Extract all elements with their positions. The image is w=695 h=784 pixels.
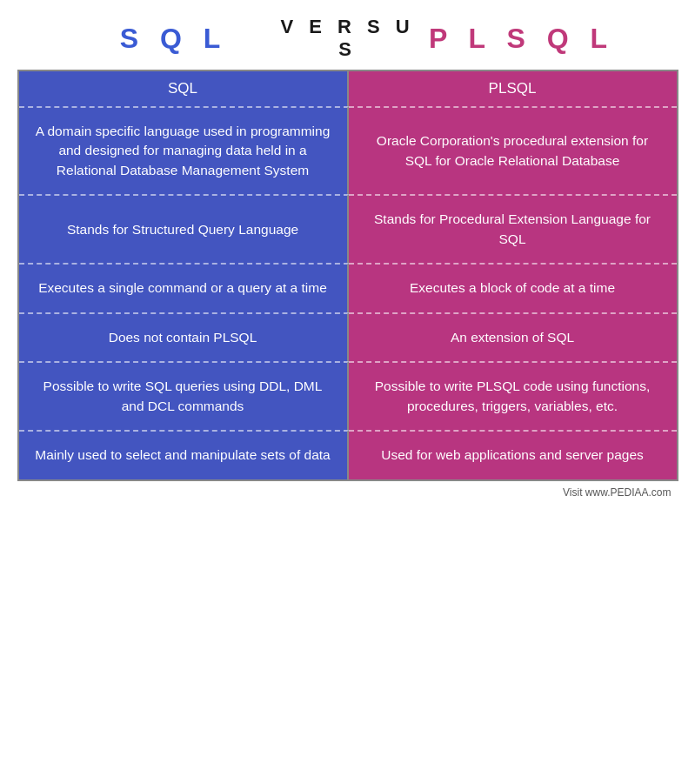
table-row: Mainly used to select and manipulate set… — [19, 430, 677, 479]
plsql-column-header: PLSQL — [349, 71, 677, 106]
sql-column-header: SQL — [19, 71, 349, 106]
column-header-row: SQL PLSQL — [19, 71, 677, 106]
versus-label: V E R S U S — [270, 16, 426, 61]
sql-cell: Executes a single command or a query at … — [19, 263, 349, 312]
plsql-cell: Possible to write PLSQL code using funct… — [349, 361, 677, 430]
table-row: Possible to write SQL queries using DDL,… — [19, 361, 677, 430]
plsql-title: P L S Q L — [426, 23, 618, 55]
comparison-header: S Q L V E R S U S P L S Q L — [0, 0, 695, 70]
sql-title: S Q L — [78, 23, 270, 55]
sql-cell: Stands for Structured Query Language — [19, 194, 349, 263]
comparison-table: SQL PLSQL A domain specific language use… — [17, 70, 678, 481]
plsql-cell: Executes a block of code at a time — [349, 263, 677, 312]
table-row: Stands for Structured Query LanguageStan… — [19, 194, 677, 263]
table-row: Does not contain PLSQLAn extension of SQ… — [19, 312, 677, 361]
table-row: Executes a single command or a query at … — [19, 263, 677, 312]
footer: Visit www.PEDIAA.com — [17, 481, 678, 502]
sql-cell: Does not contain PLSQL — [19, 312, 349, 361]
rows-container: A domain specific language used in progr… — [19, 106, 677, 479]
plsql-cell: Used for web applications and server pag… — [349, 430, 677, 479]
plsql-cell: Stands for Procedural Extension Language… — [349, 194, 677, 263]
sql-cell: A domain specific language used in progr… — [19, 106, 349, 194]
plsql-cell: Oracle Corporation's procedural extensio… — [349, 106, 677, 194]
table-row: A domain specific language used in progr… — [19, 106, 677, 194]
sql-cell: Mainly used to select and manipulate set… — [19, 430, 349, 479]
sql-cell: Possible to write SQL queries using DDL,… — [19, 361, 349, 430]
plsql-cell: An extension of SQL — [349, 312, 677, 361]
